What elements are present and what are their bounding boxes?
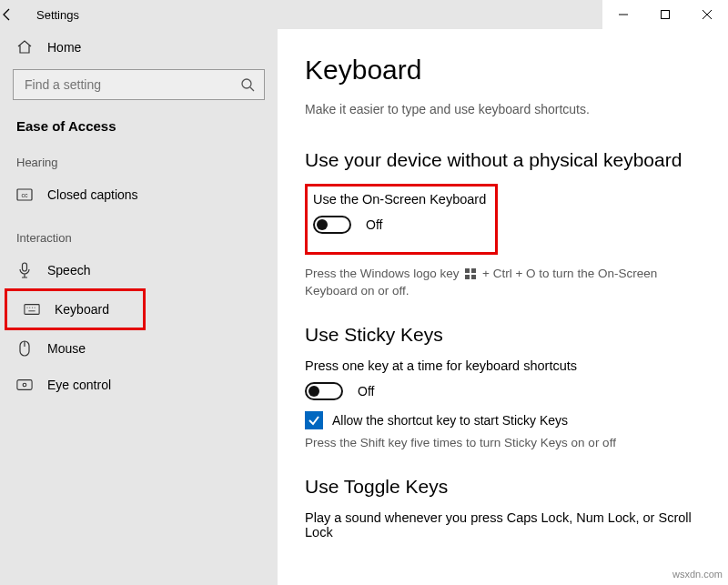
title-bar: Settings [0,0,728,29]
nav-home[interactable]: Home [0,29,278,66]
sidebar-group-hearing: Hearing [0,137,278,177]
minimize-button[interactable] [602,0,644,29]
sticky-shortcut-label: Allow the shortcut key to start Sticky K… [332,413,568,428]
page-subtitle: Make it easier to type and use keyboard … [305,102,701,116]
osk-toggle-state: Off [366,217,382,232]
sticky-toggle[interactable] [305,382,343,400]
sticky-hint: Press the Shift key five times to turn S… [305,435,701,452]
nav-speech-label: Speech [47,263,90,277]
svg-text:cc: cc [22,192,29,198]
search-box[interactable] [13,69,265,100]
section-sticky-keys: Use Sticky Keys Press one key at a time … [305,324,701,452]
svg-point-16 [23,383,26,387]
nav-closed-captions-label: Closed captions [47,187,138,202]
watermark: wsxdn.com [672,569,723,580]
section-heading: Use your device without a physical keybo… [305,149,701,171]
section-heading: Use Toggle Keys [305,476,701,498]
sticky-toggle-state: Off [358,384,374,398]
eye-control-icon [16,377,33,393]
svg-point-2 [242,79,251,88]
nav-keyboard-label: Keyboard [55,302,109,317]
sidebar-group-interaction: Interaction [0,213,278,252]
svg-line-3 [250,87,254,91]
back-button[interactable] [0,7,36,22]
main-content: Keyboard Make it easier to type and use … [278,29,728,585]
osk-toggle[interactable] [313,216,351,234]
section-no-physical-keyboard: Use your device without a physical keybo… [305,149,701,300]
use-osk-label: Use the On-Screen Keyboard [313,192,486,207]
nav-mouse-label: Mouse [47,341,86,356]
highlight-on-screen-keyboard: Use the On-Screen Keyboard Off [305,184,498,255]
nav-eye-control[interactable]: Eye control [0,367,278,403]
maximize-button[interactable] [644,0,686,29]
sidebar: Home Ease of Access Hearing cc Closed ca… [0,29,278,585]
sticky-shortcut-checkbox[interactable] [305,411,323,429]
svg-rect-7 [25,305,39,315]
nav-speech[interactable]: Speech [0,252,278,288]
nav-mouse[interactable]: Mouse [0,330,278,367]
close-button[interactable] [686,0,728,29]
sticky-desc: Press one key at a time for keyboard sho… [305,358,701,373]
nav-closed-captions[interactable]: cc Closed captions [0,177,278,213]
nav-keyboard[interactable]: Keyboard [7,291,143,328]
microphone-icon [16,262,33,278]
keyboard-icon [24,301,40,318]
search-input[interactable] [23,76,208,93]
closed-captions-icon: cc [16,187,33,203]
osk-hint: Press the Windows logo key + Ctrl + O to… [305,266,701,300]
window-title: Settings [36,8,79,22]
search-icon [240,77,255,92]
toggle-desc: Play a sound whenever you press Caps Loc… [305,510,701,540]
svg-rect-15 [17,380,32,390]
svg-rect-1 [662,11,670,19]
nav-eye-control-label: Eye control [47,378,111,392]
section-toggle-keys: Use Toggle Keys Play a sound whenever yo… [305,476,701,540]
mouse-icon [16,340,33,357]
home-icon [16,39,33,55]
sidebar-category: Ease of Access [0,107,278,137]
section-heading: Use Sticky Keys [305,324,701,346]
nav-home-label: Home [47,40,81,55]
page-title: Keyboard [305,55,701,86]
windows-logo-icon [465,268,476,279]
svg-rect-6 [23,263,27,271]
